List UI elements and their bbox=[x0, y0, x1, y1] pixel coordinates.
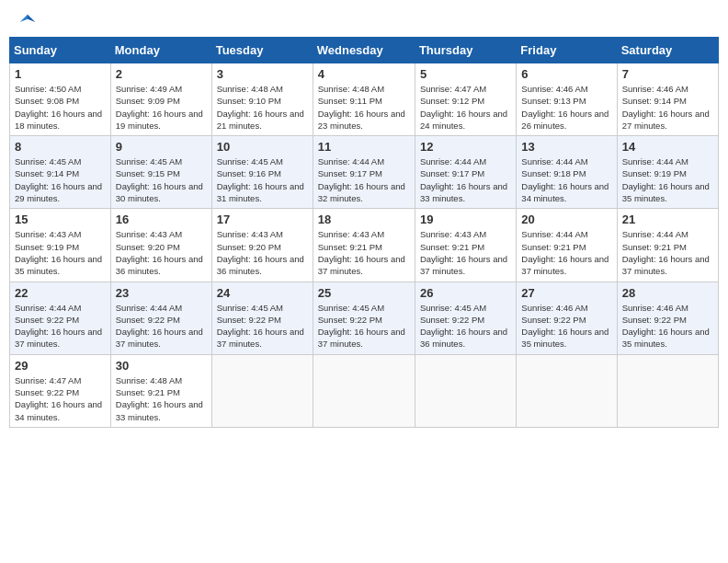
week-row-4: 22Sunrise: 4:44 AM Sunset: 9:22 PM Dayli… bbox=[10, 282, 719, 354]
day-number: 11 bbox=[318, 140, 410, 154]
day-number: 14 bbox=[622, 140, 713, 154]
day-cell bbox=[211, 354, 313, 427]
day-number: 4 bbox=[318, 67, 410, 81]
day-number: 25 bbox=[318, 286, 410, 300]
day-cell: 7Sunrise: 4:46 AM Sunset: 9:14 PM Daylig… bbox=[617, 63, 718, 136]
day-number: 13 bbox=[521, 140, 611, 154]
day-info: Sunrise: 4:44 AM Sunset: 9:21 PM Dayligh… bbox=[622, 228, 713, 277]
day-info: Sunrise: 4:47 AM Sunset: 9:22 PM Dayligh… bbox=[15, 374, 106, 423]
day-number: 17 bbox=[217, 213, 308, 226]
day-info: Sunrise: 4:44 AM Sunset: 9:22 PM Dayligh… bbox=[15, 302, 106, 350]
day-number: 15 bbox=[15, 213, 106, 226]
day-info: Sunrise: 4:44 AM Sunset: 9:21 PM Dayligh… bbox=[521, 228, 611, 277]
week-row-2: 8Sunrise: 4:45 AM Sunset: 9:14 PM Daylig… bbox=[10, 136, 719, 209]
day-cell: 15Sunrise: 4:43 AM Sunset: 9:19 PM Dayli… bbox=[10, 209, 111, 282]
day-cell bbox=[313, 354, 415, 427]
day-info: Sunrise: 4:50 AM Sunset: 9:08 PM Dayligh… bbox=[15, 83, 106, 132]
day-number: 6 bbox=[521, 67, 611, 81]
day-number: 8 bbox=[15, 140, 106, 154]
day-info: Sunrise: 4:43 AM Sunset: 9:20 PM Dayligh… bbox=[116, 228, 207, 277]
day-cell: 18Sunrise: 4:43 AM Sunset: 9:21 PM Dayli… bbox=[313, 209, 415, 282]
day-info: Sunrise: 4:44 AM Sunset: 9:19 PM Dayligh… bbox=[622, 155, 713, 204]
day-header-thursday: Thursday bbox=[415, 38, 516, 63]
day-info: Sunrise: 4:43 AM Sunset: 9:20 PM Dayligh… bbox=[217, 228, 308, 277]
day-cell: 29Sunrise: 4:47 AM Sunset: 9:22 PM Dayli… bbox=[10, 354, 111, 427]
day-cell: 28Sunrise: 4:46 AM Sunset: 9:22 PM Dayli… bbox=[617, 282, 718, 354]
day-info: Sunrise: 4:43 AM Sunset: 9:19 PM Dayligh… bbox=[15, 228, 106, 277]
day-number: 29 bbox=[15, 359, 106, 373]
header-row: SundayMondayTuesdayWednesdayThursdayFrid… bbox=[10, 38, 719, 63]
day-cell: 25Sunrise: 4:45 AM Sunset: 9:22 PM Dayli… bbox=[313, 282, 415, 354]
day-header-sunday: Sunday bbox=[10, 38, 111, 63]
day-cell: 20Sunrise: 4:44 AM Sunset: 9:21 PM Dayli… bbox=[517, 209, 617, 282]
day-cell bbox=[517, 354, 617, 427]
day-header-saturday: Saturday bbox=[617, 38, 718, 63]
day-info: Sunrise: 4:48 AM Sunset: 9:21 PM Dayligh… bbox=[116, 374, 207, 423]
logo-icon bbox=[18, 13, 37, 31]
day-info: Sunrise: 4:48 AM Sunset: 9:10 PM Dayligh… bbox=[217, 83, 308, 132]
day-info: Sunrise: 4:46 AM Sunset: 9:22 PM Dayligh… bbox=[622, 302, 713, 350]
day-cell: 9Sunrise: 4:45 AM Sunset: 9:15 PM Daylig… bbox=[110, 136, 211, 209]
day-header-monday: Monday bbox=[110, 38, 211, 63]
day-info: Sunrise: 4:45 AM Sunset: 9:22 PM Dayligh… bbox=[420, 302, 511, 350]
day-cell: 17Sunrise: 4:43 AM Sunset: 9:20 PM Dayli… bbox=[211, 209, 313, 282]
day-number: 20 bbox=[521, 213, 611, 226]
day-cell bbox=[415, 354, 516, 427]
day-number: 12 bbox=[420, 140, 511, 154]
day-info: Sunrise: 4:45 AM Sunset: 9:22 PM Dayligh… bbox=[318, 302, 410, 350]
day-cell: 16Sunrise: 4:43 AM Sunset: 9:20 PM Dayli… bbox=[110, 209, 211, 282]
day-number: 19 bbox=[420, 213, 511, 226]
day-number: 1 bbox=[15, 67, 106, 81]
day-cell: 19Sunrise: 4:43 AM Sunset: 9:21 PM Dayli… bbox=[415, 209, 516, 282]
day-number: 9 bbox=[116, 140, 207, 154]
day-cell: 24Sunrise: 4:45 AM Sunset: 9:22 PM Dayli… bbox=[211, 282, 313, 354]
day-cell: 2Sunrise: 4:49 AM Sunset: 9:09 PM Daylig… bbox=[110, 63, 211, 136]
day-cell: 8Sunrise: 4:45 AM Sunset: 9:14 PM Daylig… bbox=[10, 136, 111, 209]
day-number: 23 bbox=[116, 286, 207, 300]
day-number: 10 bbox=[217, 140, 308, 154]
day-header-tuesday: Tuesday bbox=[211, 38, 313, 63]
day-info: Sunrise: 4:46 AM Sunset: 9:22 PM Dayligh… bbox=[521, 302, 611, 350]
day-number: 22 bbox=[15, 286, 106, 300]
calendar-table: SundayMondayTuesdayWednesdayThursdayFrid… bbox=[9, 37, 719, 428]
day-cell: 23Sunrise: 4:44 AM Sunset: 9:22 PM Dayli… bbox=[110, 282, 211, 354]
day-cell: 5Sunrise: 4:47 AM Sunset: 9:12 PM Daylig… bbox=[415, 63, 516, 136]
day-info: Sunrise: 4:46 AM Sunset: 9:14 PM Dayligh… bbox=[622, 83, 713, 132]
day-cell: 1Sunrise: 4:50 AM Sunset: 9:08 PM Daylig… bbox=[10, 63, 111, 136]
day-number: 27 bbox=[521, 286, 611, 300]
day-cell: 3Sunrise: 4:48 AM Sunset: 9:10 PM Daylig… bbox=[211, 63, 313, 136]
day-info: Sunrise: 4:44 AM Sunset: 9:18 PM Dayligh… bbox=[521, 155, 611, 204]
day-number: 7 bbox=[622, 67, 713, 81]
day-header-wednesday: Wednesday bbox=[313, 38, 415, 63]
day-info: Sunrise: 4:45 AM Sunset: 9:22 PM Dayligh… bbox=[217, 302, 308, 350]
day-cell: 10Sunrise: 4:45 AM Sunset: 9:16 PM Dayli… bbox=[211, 136, 313, 209]
day-cell bbox=[617, 354, 718, 427]
day-number: 2 bbox=[116, 67, 207, 81]
day-info: Sunrise: 4:45 AM Sunset: 9:16 PM Dayligh… bbox=[217, 155, 308, 204]
day-number: 3 bbox=[217, 67, 308, 81]
day-number: 18 bbox=[318, 213, 410, 226]
day-number: 30 bbox=[116, 359, 207, 373]
day-cell: 4Sunrise: 4:48 AM Sunset: 9:11 PM Daylig… bbox=[313, 63, 415, 136]
day-info: Sunrise: 4:43 AM Sunset: 9:21 PM Dayligh… bbox=[318, 228, 410, 277]
day-cell: 6Sunrise: 4:46 AM Sunset: 9:13 PM Daylig… bbox=[517, 63, 617, 136]
day-cell: 30Sunrise: 4:48 AM Sunset: 9:21 PM Dayli… bbox=[110, 354, 211, 427]
day-info: Sunrise: 4:48 AM Sunset: 9:11 PM Dayligh… bbox=[318, 83, 410, 132]
day-cell: 26Sunrise: 4:45 AM Sunset: 9:22 PM Dayli… bbox=[415, 282, 516, 354]
day-cell: 22Sunrise: 4:44 AM Sunset: 9:22 PM Dayli… bbox=[10, 282, 111, 354]
day-number: 21 bbox=[622, 213, 713, 226]
page-header bbox=[9, 9, 719, 31]
day-cell: 13Sunrise: 4:44 AM Sunset: 9:18 PM Dayli… bbox=[517, 136, 617, 209]
day-number: 24 bbox=[217, 286, 308, 300]
day-number: 5 bbox=[420, 67, 511, 81]
day-number: 28 bbox=[622, 286, 713, 300]
day-info: Sunrise: 4:49 AM Sunset: 9:09 PM Dayligh… bbox=[116, 83, 207, 132]
day-cell: 14Sunrise: 4:44 AM Sunset: 9:19 PM Dayli… bbox=[617, 136, 718, 209]
day-info: Sunrise: 4:45 AM Sunset: 9:14 PM Dayligh… bbox=[15, 155, 106, 204]
day-number: 26 bbox=[420, 286, 511, 300]
day-info: Sunrise: 4:44 AM Sunset: 9:17 PM Dayligh… bbox=[420, 155, 511, 204]
day-info: Sunrise: 4:46 AM Sunset: 9:13 PM Dayligh… bbox=[521, 83, 611, 132]
day-cell: 11Sunrise: 4:44 AM Sunset: 9:17 PM Dayli… bbox=[313, 136, 415, 209]
day-cell: 27Sunrise: 4:46 AM Sunset: 9:22 PM Dayli… bbox=[517, 282, 617, 354]
day-info: Sunrise: 4:44 AM Sunset: 9:17 PM Dayligh… bbox=[318, 155, 410, 204]
